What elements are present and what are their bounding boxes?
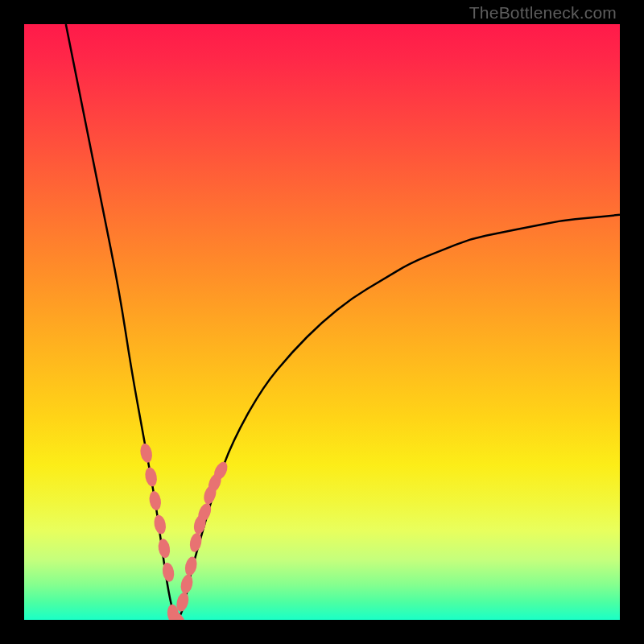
data-point-marker xyxy=(161,562,175,583)
data-point-marker xyxy=(143,466,158,487)
chart-container xyxy=(24,24,620,620)
data-point-marker xyxy=(157,538,171,559)
data-point-marker xyxy=(153,514,167,535)
data-point-marker xyxy=(188,532,203,553)
data-point-marker xyxy=(138,443,153,464)
marker-layer xyxy=(24,24,620,620)
data-point-marker xyxy=(148,490,163,511)
data-point-marker xyxy=(184,555,199,577)
watermark-text: TheBottleneck.com xyxy=(469,3,617,23)
data-point-marker xyxy=(179,573,194,595)
